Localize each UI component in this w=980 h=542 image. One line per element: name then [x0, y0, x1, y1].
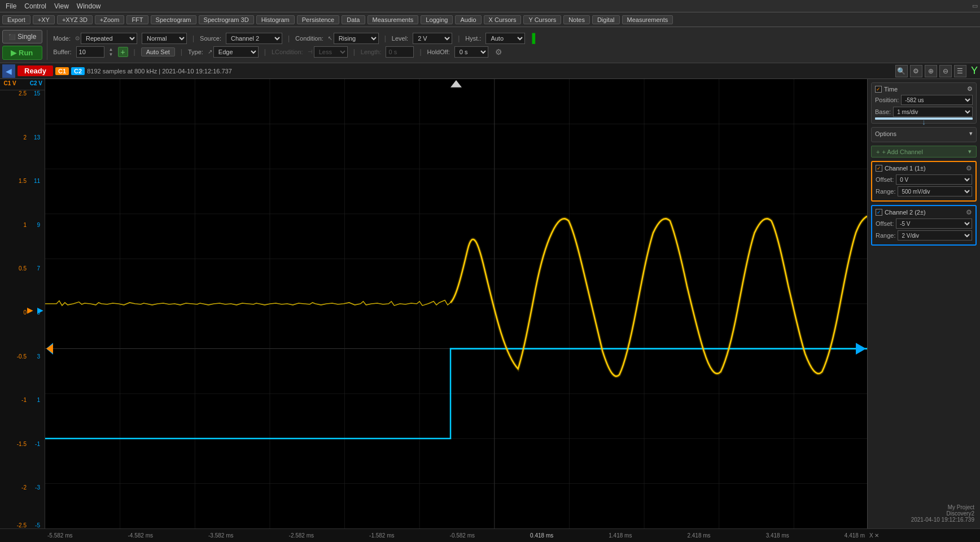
- base-select[interactable]: 1 ms/div 500 us/div 2 ms/div: [893, 107, 973, 117]
- toolbar-fft[interactable]: FFT: [126, 15, 148, 24]
- ch2-badge: C2: [71, 67, 85, 75]
- toolbar-spectrogram3d[interactable]: Spectrogram 3D: [199, 15, 254, 24]
- buffer-input[interactable]: [76, 46, 104, 58]
- lcondition-label: LCondition:: [272, 49, 303, 55]
- c2-header: C2 V: [30, 80, 42, 89]
- mode-label: Mode:: [53, 35, 71, 42]
- toolbar-logging[interactable]: Logging: [421, 15, 453, 24]
- time-label: Time: [884, 86, 898, 93]
- ch2-offset-select[interactable]: -5 V 0 V -10 V: [896, 218, 972, 229]
- normal-select[interactable]: Normal Peak Detect Average: [142, 33, 187, 44]
- x-axis-icon[interactable]: X ✕: [869, 532, 879, 539]
- toolbar-persistence[interactable]: Persistence: [297, 15, 339, 24]
- level-label: Level:: [392, 35, 408, 42]
- time-gear[interactable]: ⚙: [967, 85, 973, 93]
- x-label-7: 1.418 ms: [609, 532, 632, 539]
- menubar: File Control View Window ▭: [0, 0, 980, 12]
- x-label-5: -0.582 ms: [450, 532, 475, 539]
- zoom-in-icon[interactable]: ⊕: [925, 65, 937, 77]
- menu-control[interactable]: Control: [21, 2, 50, 11]
- c1-header: C1 V: [4, 80, 16, 89]
- controls-bar: ⬛ Single ▶ Run Mode: ⊙ Repeated Single S…: [0, 27, 980, 63]
- source-select[interactable]: Channel 2 Channel 1: [226, 33, 282, 44]
- time-checkbox[interactable]: ✓: [875, 86, 882, 93]
- toolbar-xy[interactable]: +XY: [33, 15, 55, 24]
- project-device: Discovery2: [873, 510, 974, 517]
- ch2-name: Channel 2 (2±): [885, 209, 964, 216]
- x-label-6: 0.418 ms: [530, 532, 553, 539]
- toolbar-xyz3d[interactable]: +XYZ 3D: [57, 15, 93, 24]
- right-panel: ✓ Time ⚙ Position: -582 us Base: 1 ms/di…: [867, 79, 980, 528]
- lcondition-select[interactable]: Less More: [314, 46, 348, 58]
- holdoff-label: HoldOff:: [427, 49, 450, 55]
- toolbar-histogram[interactable]: Histogram: [256, 15, 295, 24]
- toolbar-spectrogram[interactable]: Spectrogram: [151, 15, 196, 24]
- type-select[interactable]: Edge Pulse Runt: [213, 46, 259, 58]
- c1-marker: ▶: [27, 305, 33, 314]
- ch1-offset-select[interactable]: 0 V 1 V -1 V: [896, 174, 972, 185]
- auto-set-button[interactable]: Auto Set: [141, 47, 175, 56]
- zoom-out-icon[interactable]: ⊖: [939, 65, 952, 77]
- holdoff-select[interactable]: 0 s 1 ms: [454, 46, 488, 58]
- oscilloscope-canvas: [45, 79, 867, 528]
- y-c1-label: 2.5: [19, 90, 29, 97]
- ch2-range-select[interactable]: 2 V/div 1 V/div 5 V/div: [898, 230, 972, 241]
- mode-select[interactable]: Repeated Single Screen: [81, 33, 137, 44]
- ch2-range-label: Range:: [876, 232, 895, 239]
- status-info: 8192 samples at 800 kHz | 2021-04-10 19:…: [87, 68, 232, 75]
- toolbar-export[interactable]: Export: [2, 15, 30, 24]
- options-section: Options ▾: [871, 127, 977, 142]
- main-area: C1 V C2 V 2.5 15 2 13 1.5 11 1 9 0.5 7 0…: [0, 79, 980, 528]
- toolbar-audio[interactable]: Audio: [455, 15, 481, 24]
- toolbar-digital[interactable]: Digital: [592, 15, 620, 24]
- single-button[interactable]: ⬛ Single: [2, 30, 42, 43]
- ch1-range-label: Range:: [876, 188, 895, 195]
- config-icon[interactable]: ☰: [954, 65, 966, 77]
- y-axis: C1 V C2 V 2.5 15 2 13 1.5 11 1 9 0.5 7 0…: [0, 79, 45, 528]
- add-buffer-btn[interactable]: +: [118, 47, 128, 57]
- zoom-fit-icon[interactable]: 🔍: [895, 65, 908, 77]
- position-select[interactable]: -582 us: [901, 95, 973, 105]
- ch1-gear[interactable]: ⚙: [966, 164, 972, 172]
- source-label: Source:: [200, 35, 221, 42]
- toolbar: Export +XY +XYZ 3D +Zoom FFT Spectrogram…: [0, 12, 980, 27]
- toolbar-notes[interactable]: Notes: [563, 15, 590, 24]
- nav-left-button[interactable]: ◀: [2, 64, 15, 78]
- condition-select[interactable]: Rising Falling Either: [334, 33, 379, 44]
- ch1-checkbox[interactable]: ✓: [876, 165, 882, 172]
- options-chevron[interactable]: ▾: [969, 130, 973, 137]
- hyst-select[interactable]: Auto Manual: [485, 33, 525, 44]
- run-button[interactable]: ▶ Run: [2, 46, 42, 60]
- toolbar-zoom[interactable]: +Zoom: [95, 15, 125, 24]
- level-select[interactable]: 2 V 1 V 5 V: [413, 33, 452, 44]
- buffer-label: Buffer:: [53, 49, 71, 55]
- ch2-gear[interactable]: ⚙: [966, 208, 972, 216]
- toolbar-ycursors[interactable]: Y Cursors: [523, 15, 561, 24]
- menu-window[interactable]: Window: [73, 2, 104, 11]
- x-label-8: 2.418 ms: [687, 532, 710, 539]
- toolbar-xcursors[interactable]: X Cursors: [484, 15, 522, 24]
- toolbar-measurements[interactable]: Measurements: [368, 15, 419, 24]
- ch1-badge: C1: [55, 67, 69, 75]
- x-label-3: -2.582 ms: [289, 532, 314, 539]
- add-channel-icon: +: [876, 148, 880, 155]
- add-channel-chevron: ▾: [968, 148, 972, 155]
- channel2-card: ✓ Channel 2 (2±) ⚙ Offset: -5 V 0 V -10 …: [871, 205, 977, 246]
- menu-view[interactable]: View: [51, 2, 72, 11]
- channel1-card: ✓ Channel 1 (1±) ⚙ Offset: 0 V 1 V -1 V …: [871, 161, 977, 202]
- options-label: Options: [875, 130, 896, 137]
- length-input[interactable]: [386, 46, 414, 58]
- ch1-range-select[interactable]: 500 mV/div 1 V/div 200 mV/div: [898, 186, 972, 196]
- toolbar-measurements2[interactable]: Measurements: [622, 15, 673, 24]
- ch2-checkbox[interactable]: ✓: [876, 209, 882, 216]
- add-channel-button[interactable]: + + Add Channel ▾: [871, 146, 977, 158]
- hyst-label: Hyst.:: [465, 35, 481, 42]
- project-timestamp: 2021-04-10 19:12:16.739: [873, 517, 974, 523]
- c2-marker: ▶: [37, 305, 43, 314]
- plot-area[interactable]: [45, 79, 867, 528]
- menu-file[interactable]: File: [2, 2, 20, 11]
- ch2-offset-label: Offset:: [876, 220, 894, 227]
- settings-icon[interactable]: ⚙: [910, 65, 922, 77]
- length-label: Length:: [361, 49, 382, 55]
- toolbar-data[interactable]: Data: [342, 15, 365, 24]
